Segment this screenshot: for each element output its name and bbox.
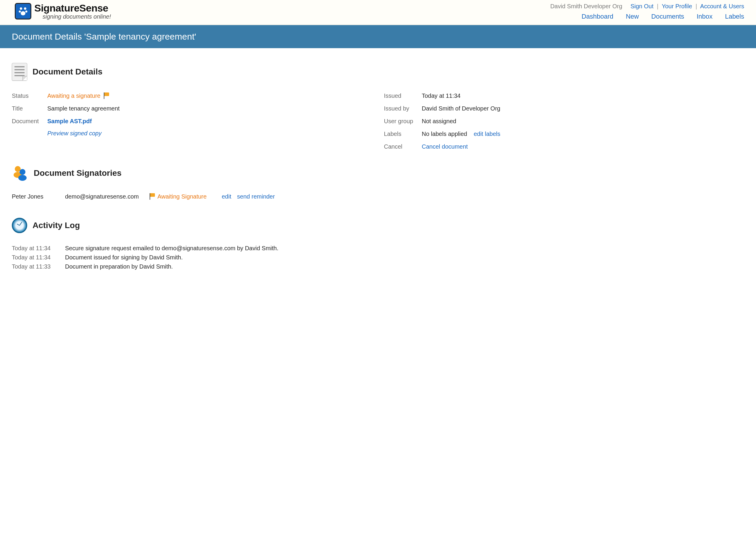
edit-signatory-link[interactable]: edit bbox=[222, 193, 231, 200]
title-label: Title bbox=[12, 105, 47, 112]
people-icon bbox=[12, 165, 28, 181]
status-value: Awaiting a signature bbox=[47, 92, 372, 99]
details-grid: Status Awaiting a signature Title Sample… bbox=[12, 92, 744, 150]
edit-labels-link[interactable]: edit labels bbox=[474, 131, 500, 137]
signatory-row: Peter Jones demo@signaturesense.com Awai… bbox=[12, 193, 744, 200]
cancel-label: Cancel bbox=[384, 143, 422, 150]
header: SignatureSense signing documents online!… bbox=[0, 0, 756, 25]
signatory-actions: edit send reminder bbox=[222, 193, 744, 200]
svg-point-2 bbox=[19, 11, 21, 13]
your-profile-link[interactable]: Your Profile bbox=[662, 3, 692, 9]
paw-logo-icon bbox=[15, 3, 31, 19]
activity-list: Today at 11:34 Secure signature request … bbox=[12, 245, 744, 270]
activity-time: Today at 11:33 bbox=[12, 263, 65, 270]
document-value: Sample AST.pdf Preview signed copy bbox=[47, 118, 372, 137]
section-header-details: Document Details bbox=[12, 63, 744, 81]
signatory-status-text: Awaiting Signature bbox=[157, 193, 206, 200]
issued-by-value: David Smith of Developer Org bbox=[422, 105, 744, 112]
org-label: David Smith Developer Org bbox=[550, 3, 622, 9]
document-icon bbox=[12, 63, 27, 81]
nav-labels[interactable]: Labels bbox=[725, 13, 744, 20]
separator: | bbox=[695, 3, 697, 9]
nav-inbox[interactable]: Inbox bbox=[697, 13, 713, 20]
logo-block[interactable]: SignatureSense signing documents online! bbox=[15, 3, 111, 19]
top-links: David Smith Developer Org Sign Out | You… bbox=[550, 3, 744, 10]
cancel-value: Cancel document bbox=[422, 143, 744, 150]
svg-point-7 bbox=[19, 169, 25, 175]
details-col-left: Status Awaiting a signature Title Sample… bbox=[12, 92, 372, 150]
activity-heading: Activity Log bbox=[32, 221, 80, 230]
flag-icon bbox=[103, 92, 110, 98]
details-col-right: Issued Today at 11:34 Issued by David Sm… bbox=[384, 92, 744, 150]
svg-point-3 bbox=[25, 11, 27, 13]
svg-point-8 bbox=[18, 175, 27, 181]
activity-row: Today at 11:34 Secure signature request … bbox=[12, 245, 744, 252]
main-nav: Dashboard New Documents Inbox Labels bbox=[550, 13, 744, 20]
svg-point-0 bbox=[20, 7, 22, 10]
flag-icon bbox=[149, 193, 156, 199]
activity-text: Secure signature request emailed to demo… bbox=[65, 245, 744, 252]
section-header-signatories: Document Signatories bbox=[12, 165, 744, 181]
signatory-status: Awaiting Signature bbox=[148, 193, 222, 200]
separator: | bbox=[657, 3, 659, 9]
labels-text: No labels applied bbox=[422, 131, 467, 137]
user-group-label: User group bbox=[384, 118, 422, 125]
nav-new[interactable]: New bbox=[626, 13, 639, 20]
brand-tagline: signing documents online! bbox=[43, 14, 111, 19]
issued-value: Today at 11:34 bbox=[422, 92, 744, 99]
activity-row: Today at 11:33 Document in preparation b… bbox=[12, 263, 744, 270]
labels-value: No labels applied edit labels bbox=[422, 131, 744, 137]
sign-out-link[interactable]: Sign Out bbox=[631, 3, 654, 9]
activity-time: Today at 11:34 bbox=[12, 245, 65, 252]
clock-icon bbox=[12, 218, 27, 233]
status-text: Awaiting a signature bbox=[47, 92, 100, 99]
labels-label: Labels bbox=[384, 131, 422, 137]
document-file-link[interactable]: Sample AST.pdf bbox=[47, 118, 92, 124]
brand-name: SignatureSense bbox=[34, 3, 111, 13]
content: Document Details Status Awaiting a signa… bbox=[0, 48, 756, 290]
nav-documents[interactable]: Documents bbox=[651, 13, 684, 20]
preview-signed-link[interactable]: Preview signed copy bbox=[47, 130, 101, 136]
signatory-name: Peter Jones bbox=[12, 193, 65, 200]
activity-text: Document issued for signing by David Smi… bbox=[65, 254, 744, 261]
section-header-activity: Activity Log bbox=[12, 218, 744, 233]
svg-point-4 bbox=[21, 11, 25, 15]
signatories-heading: Document Signatories bbox=[34, 168, 121, 178]
details-heading: Document Details bbox=[32, 67, 102, 76]
send-reminder-link[interactable]: send reminder bbox=[237, 193, 275, 200]
issued-by-label: Issued by bbox=[384, 105, 422, 112]
status-label: Status bbox=[12, 92, 47, 99]
page-title-bar: Document Details 'Sample tenancy agreeme… bbox=[0, 25, 756, 48]
activity-time: Today at 11:34 bbox=[12, 254, 65, 261]
cancel-document-link[interactable]: Cancel document bbox=[422, 143, 468, 150]
logo-text: SignatureSense signing documents online! bbox=[34, 3, 111, 19]
header-right: David Smith Developer Org Sign Out | You… bbox=[550, 3, 744, 20]
user-group-value: Not assigned bbox=[422, 118, 744, 125]
signatory-email: demo@signaturesense.com bbox=[65, 193, 148, 200]
account-users-link[interactable]: Account & Users bbox=[700, 3, 744, 9]
nav-dashboard[interactable]: Dashboard bbox=[581, 13, 613, 20]
svg-point-1 bbox=[24, 7, 26, 10]
activity-text: Document in preparation by David Smith. bbox=[65, 263, 744, 270]
issued-label: Issued bbox=[384, 92, 422, 99]
title-value: Sample tenancy agreement bbox=[47, 105, 372, 112]
activity-row: Today at 11:34 Document issued for signi… bbox=[12, 254, 744, 261]
document-label: Document bbox=[12, 118, 47, 137]
